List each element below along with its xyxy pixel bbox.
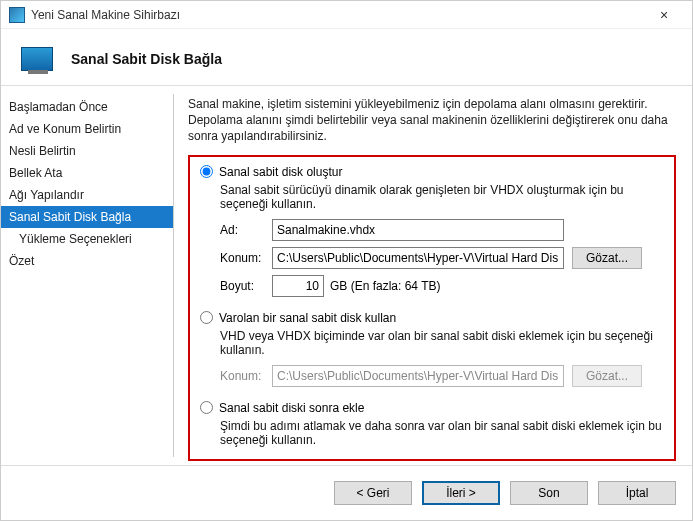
radio-existing[interactable] <box>200 311 213 324</box>
option-create-desc: Sanal sabit sürücüyü dinamik olarak geni… <box>220 183 664 211</box>
name-label: Ad: <box>220 223 272 237</box>
app-icon <box>9 7 25 23</box>
sidebar-step-generation[interactable]: Nesli Belirtin <box>1 140 173 162</box>
option-later-title: Sanal sabit diski sonra ekle <box>219 401 364 415</box>
titlebar: Yeni Sanal Makine Sihirbazı × <box>1 1 692 29</box>
location-input[interactable] <box>272 247 564 269</box>
options-highlight: Sanal sabit disk oluştur Sanal sabit sür… <box>188 155 676 461</box>
wizard-icon <box>21 47 53 71</box>
option-later: Sanal sabit diski sonra ekle Şimdi bu ad… <box>200 401 664 447</box>
back-button[interactable]: < Geri <box>334 481 412 505</box>
option-create-title: Sanal sabit disk oluştur <box>219 165 342 179</box>
wizard-content: Sanal makine, işletim sistemini yükleyeb… <box>174 86 692 465</box>
existing-location-label: Konum: <box>220 369 272 383</box>
sidebar-step-summary[interactable]: Özet <box>1 250 173 272</box>
option-existing-desc: VHD veya VHDX biçiminde var olan bir san… <box>220 329 664 357</box>
radio-later[interactable] <box>200 401 213 414</box>
option-later-desc: Şimdi bu adımı atlamak ve daha sonra var… <box>220 419 664 447</box>
existing-browse-button: Gözat... <box>572 365 642 387</box>
sidebar-step-vhd[interactable]: Sanal Sabit Disk Bağla <box>1 206 173 228</box>
option-existing: Varolan bir sanal sabit disk kullan VHD … <box>200 311 664 387</box>
browse-button[interactable]: Gözat... <box>572 247 642 269</box>
option-create: Sanal sabit disk oluştur Sanal sabit sür… <box>200 165 664 297</box>
location-label: Konum: <box>220 251 272 265</box>
name-input[interactable] <box>272 219 564 241</box>
sidebar-step-install-options[interactable]: Yükleme Seçenekleri <box>1 228 173 250</box>
intro-text: Sanal makine, işletim sistemini yükleyeb… <box>188 96 676 145</box>
option-existing-title: Varolan bir sanal sabit disk kullan <box>219 311 396 325</box>
sidebar-step-name-location[interactable]: Ad ve Konum Belirtin <box>1 118 173 140</box>
window-title: Yeni Sanal Makine Sihirbazı <box>31 8 644 22</box>
wizard-header: Sanal Sabit Disk Bağla <box>1 29 692 86</box>
next-button[interactable]: İleri > <box>422 481 500 505</box>
existing-location-input <box>272 365 564 387</box>
wizard-body: Başlamadan Önce Ad ve Konum Belirtin Nes… <box>1 86 692 465</box>
close-icon[interactable]: × <box>644 7 684 23</box>
finish-button[interactable]: Son <box>510 481 588 505</box>
page-title: Sanal Sabit Disk Bağla <box>71 51 222 67</box>
size-label: Boyut: <box>220 279 272 293</box>
wizard-sidebar: Başlamadan Önce Ad ve Konum Belirtin Nes… <box>1 86 173 465</box>
radio-create[interactable] <box>200 165 213 178</box>
cancel-button[interactable]: İptal <box>598 481 676 505</box>
sidebar-step-memory[interactable]: Bellek Ata <box>1 162 173 184</box>
size-suffix: GB (En fazla: 64 TB) <box>330 279 441 293</box>
sidebar-step-before-begin[interactable]: Başlamadan Önce <box>1 96 173 118</box>
size-input[interactable] <box>272 275 324 297</box>
sidebar-step-network[interactable]: Ağı Yapılandır <box>1 184 173 206</box>
wizard-footer: < Geri İleri > Son İptal <box>1 465 692 519</box>
